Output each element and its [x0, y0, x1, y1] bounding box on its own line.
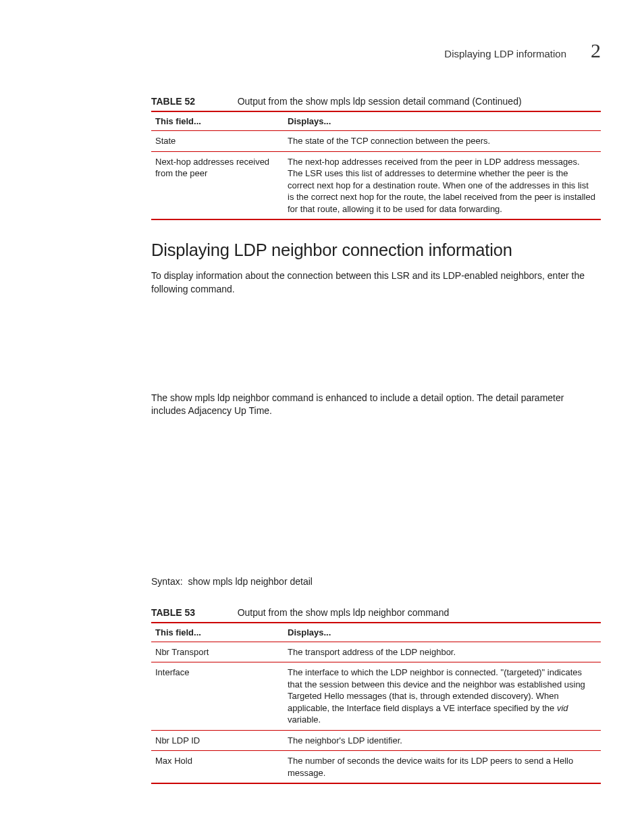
- variable-vid: vid: [557, 703, 568, 713]
- cell-field: Interface: [151, 662, 284, 731]
- section-para-1: To display information about the connect…: [151, 269, 601, 296]
- cell-displays: The neighbor's LDP identifier.: [284, 730, 601, 751]
- table-53-head-displays: Displays...: [284, 623, 601, 642]
- table-53: TABLE 53 Output from the show mpls ldp n…: [151, 604, 601, 785]
- syntax-line: Syntax: show mpls ldp neighbor detail: [151, 576, 601, 587]
- cell-field: Nbr LDP ID: [151, 730, 284, 751]
- cell-displays: The number of seconds the device waits f…: [284, 751, 601, 784]
- table-52: TABLE 52 Output from the show mpls ldp s…: [151, 93, 601, 220]
- table-row: Nbr LDP ID The neighbor's LDP identifier…: [151, 730, 601, 751]
- cell-field: Nbr Transport: [151, 642, 284, 662]
- table-number: TABLE 53: [151, 607, 235, 618]
- section-para-2: The show mpls ldp neighbor command is en…: [151, 392, 601, 418]
- table-52-caption: TABLE 52 Output from the show mpls ldp s…: [151, 93, 601, 111]
- table-row: Interface The interface to which the LDP…: [151, 662, 601, 731]
- table-52-head-displays: Displays...: [284, 111, 601, 131]
- running-header: Displaying LDP information 2: [151, 39, 601, 62]
- cell-field: Next-hop addresses received from the pee…: [151, 151, 284, 219]
- cell-displays: The interface to which the LDP neighbor …: [284, 662, 601, 731]
- spacer: [151, 305, 601, 392]
- table-53-caption: TABLE 53 Output from the show mpls ldp n…: [151, 604, 601, 622]
- syntax-label: Syntax:: [151, 576, 183, 587]
- table-title: Output from the show mpls ldp neighbor c…: [238, 607, 450, 618]
- table-row: State The state of the TCP connection be…: [151, 131, 601, 152]
- page: Displaying LDP information 2 TABLE 52 Ou…: [0, 0, 644, 811]
- cell-displays: The state of the TCP connection between …: [284, 131, 601, 152]
- table-53-head-field: This field...: [151, 623, 284, 642]
- cell-displays: The next-hop addresses received from the…: [284, 151, 601, 219]
- chapter-number: 2: [591, 39, 601, 62]
- table-52-head-field: This field...: [151, 111, 284, 131]
- table-row: Max Hold The number of seconds the devic…: [151, 751, 601, 784]
- cell-field: State: [151, 131, 284, 152]
- table-row: Nbr Transport The transport address of t…: [151, 642, 601, 662]
- cell-field: Max Hold: [151, 751, 284, 784]
- section-heading: Displaying LDP neighbor connection infor…: [151, 240, 601, 260]
- table-title: Output from the show mpls ldp session de…: [238, 96, 522, 107]
- running-header-title: Displaying LDP information: [444, 48, 566, 59]
- spacer: [151, 427, 601, 576]
- table-row: Next-hop addresses received from the pee…: [151, 151, 601, 219]
- cell-displays: The transport address of the LDP neighbo…: [284, 642, 601, 662]
- syntax-command: show mpls ldp neighbor detail: [188, 576, 312, 587]
- table-number: TABLE 52: [151, 96, 235, 107]
